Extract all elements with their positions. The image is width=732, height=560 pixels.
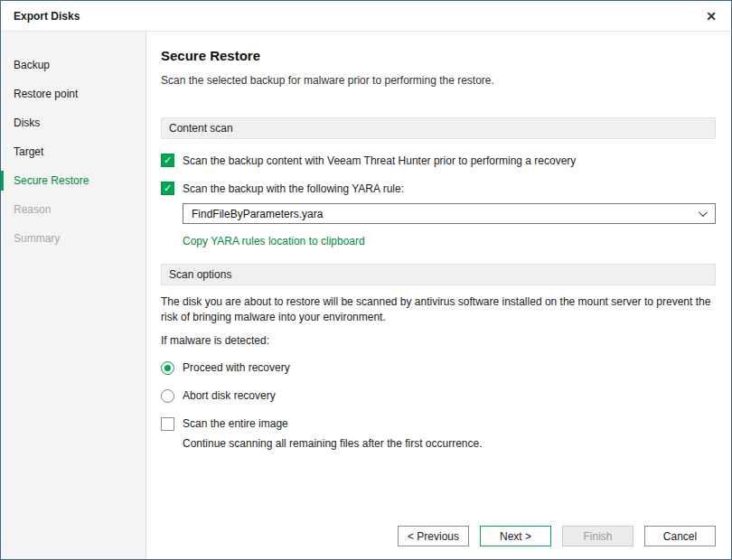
sidebar-item-summary: Summary: [1, 224, 145, 253]
threat-hunter-checkbox-label: Scan the backup content with Veeam Threa…: [183, 154, 576, 167]
sidebar-item-backup[interactable]: Backup: [1, 51, 145, 79]
sidebar-item-restore-point[interactable]: Restore point: [1, 79, 145, 108]
proceed-radio-row[interactable]: Proceed with recovery: [161, 361, 716, 375]
check-icon: ✓: [164, 155, 172, 165]
threat-hunter-checkbox[interactable]: ✓: [161, 154, 174, 167]
page-title: Secure Restore: [161, 48, 716, 63]
page-subtitle: Scan the selected backup for malware pri…: [161, 74, 716, 87]
main-panel: Secure Restore Scan the selected backup …: [146, 32, 731, 559]
window-title: Export Disks: [14, 10, 80, 23]
sidebar-item-target[interactable]: Target: [1, 137, 145, 166]
check-icon: ✓: [164, 183, 172, 193]
cancel-button[interactable]: Cancel: [644, 526, 716, 546]
yara-rule-dropdown[interactable]: FindFileByParameters.yara: [183, 203, 716, 224]
wizard-steps-sidebar: Backup Restore point Disks Target Secure…: [1, 32, 146, 559]
copy-yara-location-link[interactable]: Copy YARA rules location to clipboard: [183, 235, 716, 247]
malware-detected-prompt: If malware is detected:: [161, 334, 716, 347]
entire-image-checkbox-label: Scan the entire image: [183, 417, 288, 430]
threat-hunter-checkbox-row[interactable]: ✓ Scan the backup content with Veeam Thr…: [161, 154, 716, 167]
yara-rule-selected-value: FindFileByParameters.yara: [192, 208, 699, 220]
proceed-radio[interactable]: [161, 361, 174, 375]
scan-options-section-header: Scan options: [161, 264, 716, 285]
entire-image-note: Continue scanning all remaining files af…: [183, 437, 716, 450]
proceed-radio-label: Proceed with recovery: [183, 361, 290, 374]
close-icon[interactable]: ✕: [704, 8, 718, 24]
sidebar-item-reason: Reason: [1, 195, 145, 224]
yara-checkbox-label: Scan the backup with the following YARA …: [183, 182, 404, 195]
sidebar-item-secure-restore[interactable]: Secure Restore: [1, 166, 145, 195]
abort-radio-row[interactable]: Abort disk recovery: [161, 389, 716, 403]
export-disks-wizard: Export Disks ✕ Backup Restore point Disk…: [0, 0, 732, 560]
finish-button: Finish: [562, 526, 633, 546]
previous-button[interactable]: < Previous: [398, 526, 469, 546]
sidebar-item-disks[interactable]: Disks: [1, 108, 145, 137]
scan-options-description: The disk you are about to restore will b…: [161, 294, 716, 326]
abort-radio[interactable]: [161, 389, 174, 403]
entire-image-checkbox[interactable]: [161, 417, 174, 431]
chevron-down-icon: [699, 208, 708, 217]
content-scan-section-header: Content scan: [161, 117, 716, 139]
yara-checkbox-row[interactable]: ✓ Scan the backup with the following YAR…: [161, 182, 716, 195]
next-button[interactable]: Next >: [480, 526, 551, 546]
wizard-footer: < Previous Next > Finish Cancel: [161, 517, 716, 546]
yara-checkbox[interactable]: ✓: [161, 182, 174, 195]
entire-image-checkbox-row[interactable]: Scan the entire image: [161, 417, 716, 431]
abort-radio-label: Abort disk recovery: [183, 389, 276, 402]
title-bar: Export Disks ✕: [1, 1, 731, 32]
